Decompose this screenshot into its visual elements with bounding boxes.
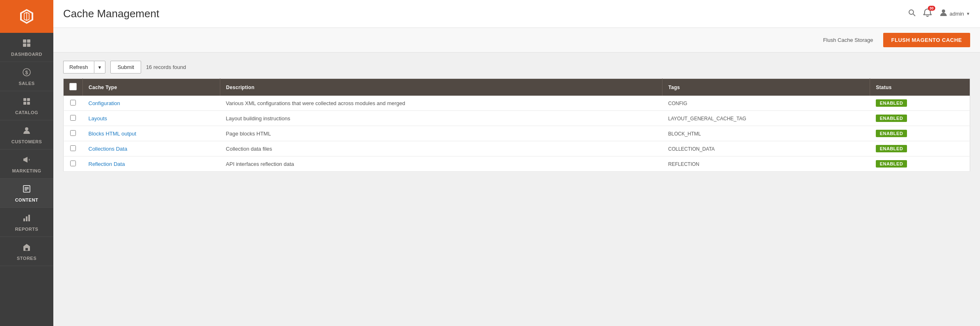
row-checkbox-1[interactable] <box>70 115 76 121</box>
svg-rect-2 <box>23 44 26 47</box>
chevron-down-icon: ▼ <box>98 65 102 70</box>
user-icon <box>939 9 948 19</box>
table-row: Configuration Various XML configurations… <box>64 96 970 111</box>
description-text-1: Layout building instructions <box>226 115 290 122</box>
refresh-dropdown-button[interactable]: ▼ <box>94 61 106 73</box>
svg-point-19 <box>909 10 914 14</box>
main-content: Cache Management 30 <box>53 0 980 326</box>
row-checkbox-cell <box>64 96 83 111</box>
sidebar-item-reports[interactable]: REPORTS <box>0 208 53 237</box>
sidebar-item-stores[interactable]: STORES <box>0 237 53 266</box>
sidebar-item-catalog[interactable]: CATALOG <box>0 91 53 120</box>
svg-rect-0 <box>23 39 26 43</box>
content-area: Refresh ▼ Submit 16 records found Cache … <box>53 53 980 326</box>
reports-icon <box>22 214 31 225</box>
sidebar-logo[interactable] <box>0 0 53 33</box>
sidebar-item-catalog-label: CATALOG <box>15 110 38 115</box>
row-checkbox-4[interactable] <box>70 161 76 166</box>
svg-rect-7 <box>27 98 30 101</box>
topbar-right: 30 admin ▼ <box>908 8 970 19</box>
records-count: 16 records found <box>146 64 186 70</box>
dashboard-icon <box>22 39 31 50</box>
status-cell: ENABLED <box>870 111 970 126</box>
notification-badge: 30 <box>928 6 935 11</box>
sidebar-item-stores-label: STORES <box>17 256 37 261</box>
refresh-button[interactable]: Refresh <box>63 61 94 73</box>
sidebar-item-sales[interactable]: $ SALES <box>0 62 53 91</box>
tags-cell: REFLECTION <box>662 156 870 172</box>
status-cell: ENABLED <box>870 156 970 172</box>
cache-type-cell: Collections Data <box>83 141 220 156</box>
page-title: Cache Management <box>63 7 159 20</box>
row-checkbox-cell <box>64 111 83 126</box>
stores-icon <box>22 243 31 254</box>
content-icon <box>22 184 31 195</box>
status-badge-0: ENABLED <box>876 99 907 107</box>
cache-type-cell: Reflection Data <box>83 156 220 172</box>
description-text-0: Various XML configurations that were col… <box>226 100 405 106</box>
cache-type-cell: Layouts <box>83 111 220 126</box>
action-bar-buttons: Flush Cache Storage Flush Magento Cache <box>818 33 970 47</box>
row-checkbox-0[interactable] <box>70 100 76 106</box>
sidebar-item-marketing-label: MARKETING <box>12 168 41 173</box>
status-badge-4: ENABLED <box>876 160 907 168</box>
svg-rect-17 <box>28 215 30 221</box>
tags-column-header: Tags <box>662 79 870 96</box>
search-icon[interactable] <box>908 9 916 18</box>
status-cell: ENABLED <box>870 141 970 156</box>
tags-cell: CONFIG <box>662 96 870 111</box>
row-checkbox-cell <box>64 126 83 141</box>
topbar: Cache Management 30 <box>53 0 980 28</box>
cache-type-cell: Blocks HTML output <box>83 126 220 141</box>
cache-type-link-3[interactable]: Collections Data <box>89 146 128 152</box>
svg-rect-3 <box>27 44 30 47</box>
svg-point-10 <box>25 127 28 131</box>
submit-button[interactable]: Submit <box>110 61 141 73</box>
action-bar: Flush Cache Storage Flush Magento Cache <box>53 28 980 53</box>
status-cell: ENABLED <box>870 96 970 111</box>
table-row: Blocks HTML output Page blocks HTML BLOC… <box>64 126 970 141</box>
flush-cache-storage-button[interactable]: Flush Cache Storage <box>818 34 878 46</box>
cache-type-link-0[interactable]: Configuration <box>89 100 120 106</box>
notifications-button[interactable]: 30 <box>923 8 932 19</box>
toolbar: Refresh ▼ Submit 16 records found <box>63 61 970 73</box>
admin-chevron-icon: ▼ <box>966 11 970 16</box>
tags-text-2: BLOCK_HTML <box>668 131 701 137</box>
table-body: Configuration Various XML configurations… <box>64 96 970 172</box>
sidebar-item-content-label: CONTENT <box>15 197 39 202</box>
sidebar-item-dashboard[interactable]: DASHBOARD <box>0 33 53 62</box>
description-text-2: Page blocks HTML <box>226 131 271 137</box>
customers-icon <box>22 126 31 137</box>
sidebar-item-reports-label: REPORTS <box>15 227 39 232</box>
table-row: Layouts Layout building instructions LAY… <box>64 111 970 126</box>
table-row: Collections Data Collection data files C… <box>64 141 970 156</box>
svg-rect-6 <box>23 98 26 101</box>
table-header-row: Cache Type Description Tags Status <box>64 79 970 96</box>
description-cell: Page blocks HTML <box>220 126 662 141</box>
admin-menu-button[interactable]: admin ▼ <box>939 9 970 19</box>
sidebar-item-marketing[interactable]: MARKETING <box>0 149 53 179</box>
sidebar-item-content[interactable]: CONTENT <box>0 179 53 208</box>
flush-magento-cache-button[interactable]: Flush Magento Cache <box>883 33 970 47</box>
svg-rect-1 <box>27 39 30 43</box>
row-checkbox-3[interactable] <box>70 145 76 151</box>
tags-text-4: REFLECTION <box>668 161 699 167</box>
tags-cell: COLLECTION_DATA <box>662 141 870 156</box>
tags-text-3: COLLECTION_DATA <box>668 146 715 152</box>
cache-type-link-1[interactable]: Layouts <box>89 115 107 122</box>
svg-rect-16 <box>26 216 27 221</box>
svg-rect-18 <box>25 248 28 250</box>
svg-line-20 <box>913 14 915 16</box>
row-checkbox-2[interactable] <box>70 130 76 136</box>
row-checkbox-cell <box>64 141 83 156</box>
sidebar-item-customers[interactable]: CUSTOMERS <box>0 120 53 149</box>
cache-type-link-2[interactable]: Blocks HTML output <box>89 131 137 137</box>
tags-cell: BLOCK_HTML <box>662 126 870 141</box>
tags-text-1: LAYOUT_GENERAL_CACHE_TAG <box>668 116 746 122</box>
select-all-checkbox[interactable] <box>69 83 77 90</box>
marketing-icon <box>22 155 31 166</box>
cache-type-link-4[interactable]: Reflection Data <box>89 161 125 167</box>
status-badge-3: ENABLED <box>876 145 907 152</box>
svg-point-21 <box>942 9 945 13</box>
sidebar-item-customers-label: CUSTOMERS <box>11 139 42 144</box>
